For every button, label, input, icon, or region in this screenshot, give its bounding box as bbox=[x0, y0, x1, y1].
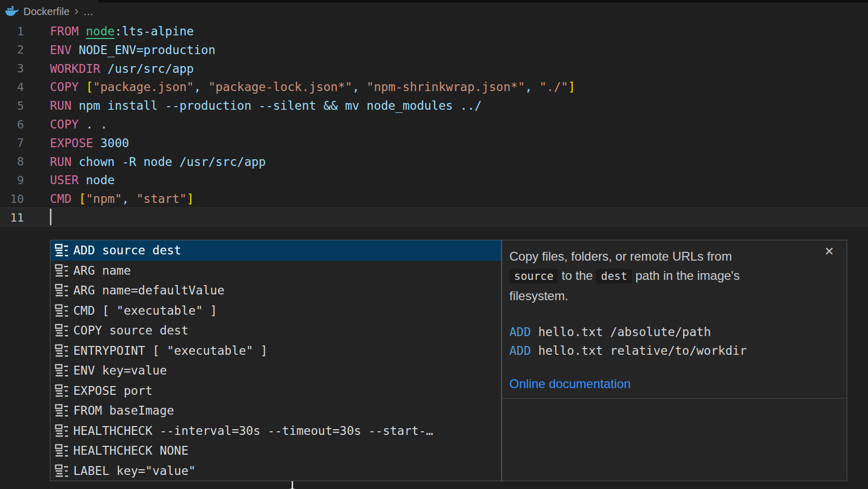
line-number[interactable]: 3 bbox=[0, 62, 24, 75]
token-pl: . . bbox=[78, 118, 107, 131]
line-number[interactable]: 2 bbox=[0, 43, 24, 56]
token-br: ] bbox=[568, 80, 575, 94]
snippet-icon bbox=[55, 323, 69, 338]
docs-example-text: hello.txt relative/to/workdir bbox=[531, 344, 747, 357]
suggest-item-label: COPY source dest bbox=[73, 324, 189, 337]
code-line[interactable]: 6COPY . . bbox=[0, 115, 868, 134]
breadcrumb-file[interactable]: Dockerfile bbox=[23, 6, 70, 18]
snippet-icon bbox=[55, 423, 69, 438]
suggest-item[interactable]: ENTRYPOINT [ "executable" ] bbox=[50, 341, 501, 361]
code-line[interactable]: 5RUN npm install --production --silent &… bbox=[0, 96, 868, 115]
suggest-item[interactable]: CMD [ "executable" ] bbox=[50, 301, 501, 321]
code-line[interactable]: 7EXPOSE 3000 bbox=[0, 134, 868, 152]
inline-code-chip: dest bbox=[596, 269, 632, 284]
line-number[interactable]: 9 bbox=[0, 174, 24, 187]
docs-text: filesystem. bbox=[509, 289, 568, 303]
docker-whale-icon bbox=[5, 6, 19, 17]
token-br: ] bbox=[187, 192, 194, 205]
token-str: "npm-shrinkwrap.json*" bbox=[366, 80, 525, 94]
line-number[interactable]: 7 bbox=[0, 136, 24, 149]
token-lnk: node bbox=[86, 24, 114, 38]
token-pl: 3000 bbox=[93, 136, 129, 150]
line-content[interactable]: CMD ["npm", "start"] bbox=[50, 189, 194, 208]
docs-example-line: ADD hello.txt relative/to/workdir bbox=[509, 341, 747, 360]
token-kw: USER bbox=[50, 173, 78, 187]
token-pl bbox=[78, 80, 86, 94]
code-line[interactable]: 9USER node bbox=[0, 171, 868, 189]
suggest-item[interactable]: ARG name bbox=[50, 261, 501, 281]
line-number[interactable]: 10 bbox=[0, 192, 24, 205]
docs-text: Copy files, folders, or remote URLs from bbox=[509, 249, 732, 263]
suggest-item-label: FROM baseImage bbox=[73, 404, 174, 417]
token-pl: , bbox=[194, 80, 208, 94]
line-content[interactable]: ENV NODE_ENV=production bbox=[50, 41, 216, 59]
line-content[interactable]: RUN npm install --production --silent &&… bbox=[50, 96, 482, 115]
suggest-item[interactable]: FROM baseImage bbox=[50, 401, 501, 421]
code-line[interactable]: 11 bbox=[0, 208, 868, 227]
breadcrumb-ellipsis[interactable]: … bbox=[83, 6, 94, 18]
suggest-item-label: LABEL key="value" bbox=[73, 464, 195, 478]
line-content[interactable]: EXPOSE 3000 bbox=[50, 134, 129, 152]
suggest-item-label: ENTRYPOINT [ "executable" ] bbox=[73, 344, 268, 357]
suggest-item[interactable]: ENV key=value bbox=[50, 361, 501, 381]
line-number[interactable]: 5 bbox=[0, 99, 24, 112]
docs-example-keyword: ADD bbox=[509, 325, 531, 339]
snippet-icon bbox=[55, 283, 69, 298]
code-line[interactable]: 3WORKDIR /usr/src/app bbox=[0, 59, 868, 78]
line-number[interactable]: 6 bbox=[0, 118, 24, 131]
suggest-item[interactable]: EXPOSE port bbox=[50, 381, 501, 401]
token-pl: npm install --production --silent && mv … bbox=[72, 99, 482, 112]
line-content[interactable]: WORKDIR /usr/src/app bbox=[50, 59, 194, 78]
token-pl: :lts-alpine bbox=[115, 24, 194, 38]
suggest-item[interactable]: HEALTHCHECK NONE bbox=[50, 441, 501, 461]
token-kw: RUN bbox=[50, 99, 72, 112]
line-content[interactable]: COPY . . bbox=[50, 115, 108, 134]
suggest-item[interactable]: ADD source dest bbox=[50, 240, 501, 261]
suggest-details-panel: Copy files, folders, or remote URLs from… bbox=[502, 240, 847, 481]
token-pl: /usr/src/app bbox=[100, 62, 194, 75]
suggest-item[interactable]: LABEL key="value" bbox=[50, 461, 501, 481]
token-kw: FROM bbox=[50, 24, 78, 38]
code-line[interactable]: 8RUN chown -R node /usr/src/app bbox=[0, 152, 868, 171]
line-number[interactable]: 11 bbox=[0, 211, 24, 224]
line-number[interactable]: 8 bbox=[0, 155, 24, 168]
code-line[interactable]: 2ENV NODE_ENV=production bbox=[0, 41, 868, 59]
token-pl: , bbox=[122, 192, 137, 205]
token-kw: RUN bbox=[50, 155, 72, 169]
code-line[interactable]: 1FROM node:lts-alpine bbox=[0, 22, 868, 41]
token-br: [ bbox=[86, 80, 93, 94]
docs-code-examples: ADD hello.txt /absolute/pathADD hello.tx… bbox=[509, 323, 747, 360]
online-documentation-link[interactable]: Online documentation bbox=[509, 377, 630, 391]
token-pl bbox=[72, 192, 79, 205]
suggest-item-label: ENV key=value bbox=[73, 364, 167, 377]
snippet-icon bbox=[55, 464, 69, 478]
token-br: [ bbox=[78, 192, 86, 205]
suggest-item-label: ARG name=defaultValue bbox=[73, 284, 225, 297]
token-pl: , bbox=[525, 80, 540, 94]
window-top-edge bbox=[99, 0, 868, 3]
token-kw: CMD bbox=[50, 192, 72, 205]
line-content[interactable]: USER node bbox=[50, 171, 115, 189]
docs-example-text: hello.txt /absolute/path bbox=[531, 325, 711, 339]
breadcrumb[interactable]: Dockerfile › … bbox=[5, 3, 94, 20]
suggest-item-label: HEALTHCHECK NONE bbox=[73, 444, 189, 457]
token-str: "./" bbox=[540, 80, 568, 94]
code-line[interactable]: 10CMD ["npm", "start"] bbox=[0, 189, 868, 208]
docs-paragraph-line: filesystem. bbox=[509, 286, 808, 305]
code-line[interactable]: 4COPY ["package.json", "package-lock.jso… bbox=[0, 78, 868, 96]
line-number[interactable]: 1 bbox=[0, 25, 24, 38]
line-content[interactable]: RUN chown -R node /usr/src/app bbox=[50, 152, 266, 171]
suggest-item[interactable]: COPY source dest bbox=[50, 320, 501, 341]
suggest-item[interactable]: HEALTHCHECK --interval=30s --timeout=30s… bbox=[50, 421, 501, 441]
snippet-icon bbox=[55, 443, 69, 458]
line-content[interactable]: COPY ["package.json", "package-lock.json… bbox=[50, 78, 575, 96]
line-content[interactable]: FROM node:lts-alpine bbox=[50, 22, 194, 41]
token-pl: node bbox=[78, 173, 114, 187]
suggest-item-label: ARG name bbox=[73, 264, 131, 277]
line-number[interactable]: 4 bbox=[0, 81, 24, 94]
suggest-item[interactable]: ARG name=defaultValue bbox=[50, 280, 501, 301]
snippet-icon bbox=[55, 363, 69, 378]
token-kw: COPY bbox=[50, 118, 78, 131]
token-str: "package-lock.json*" bbox=[208, 80, 352, 94]
close-icon[interactable]: ✕ bbox=[824, 246, 834, 258]
